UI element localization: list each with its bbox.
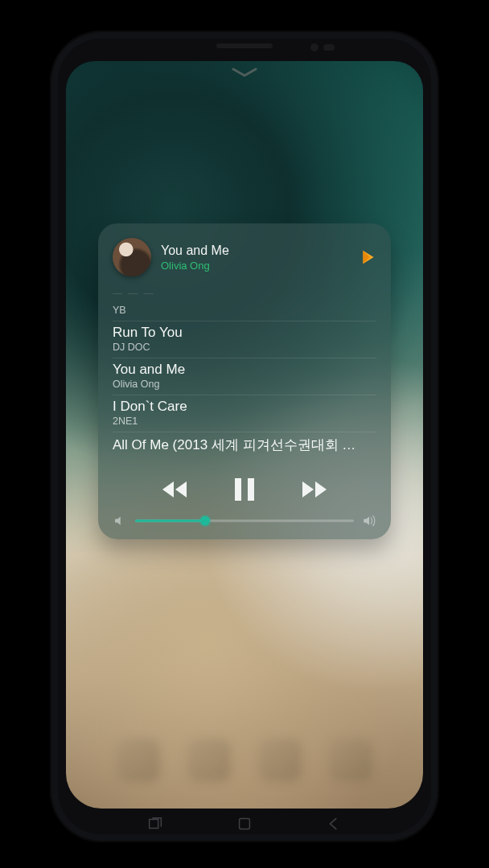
svg-rect-1 xyxy=(248,478,254,501)
now-playing-header: You and Me Olivia Ong xyxy=(113,238,376,276)
recents-button[interactable] xyxy=(146,815,164,833)
list-item[interactable]: You and Me Olivia Ong xyxy=(113,358,376,395)
track-artist: Olivia Ong xyxy=(113,379,376,390)
speaker-grille xyxy=(216,43,273,48)
track-title: Run To You xyxy=(113,325,376,341)
track-artist: YB xyxy=(113,305,376,316)
back-button[interactable] xyxy=(325,815,343,833)
now-playing-artist: Olivia Ong xyxy=(161,260,351,272)
now-playing-title: You and Me xyxy=(161,244,351,258)
track-artist: 2NE1 xyxy=(113,416,376,427)
volume-slider[interactable] xyxy=(135,514,354,528)
transport-controls xyxy=(113,472,376,507)
sensor-slit xyxy=(323,44,335,51)
list-item[interactable]: All Of Me (2013 세계 피겨선수권대회 … xyxy=(113,432,376,459)
phone-frame: You and Me Olivia Ong — — — YB Ru xyxy=(50,31,439,842)
chevron-down-icon[interactable] xyxy=(231,66,258,79)
svg-rect-0 xyxy=(235,478,241,501)
pause-button[interactable] xyxy=(227,472,262,507)
list-item[interactable]: Run To You DJ DOC xyxy=(113,321,376,358)
volume-high-icon xyxy=(362,514,376,528)
dock xyxy=(66,712,423,809)
soft-nav xyxy=(50,815,439,833)
volume-thumb[interactable] xyxy=(200,516,210,526)
track-artist: DJ DOC xyxy=(113,342,376,353)
svg-rect-2 xyxy=(240,819,250,829)
playlist: — — — YB Run To You DJ DOC You and Me Ol… xyxy=(113,288,376,459)
track-title: All Of Me (2013 세계 피겨선수권대회 … xyxy=(113,436,376,454)
previous-button[interactable] xyxy=(159,472,195,507)
next-button[interactable] xyxy=(294,472,330,507)
track-title: You and Me xyxy=(113,362,376,378)
track-title: I Don`t Care xyxy=(113,399,376,415)
home-button[interactable] xyxy=(236,815,253,833)
list-item[interactable]: YB xyxy=(113,301,376,321)
list-item[interactable]: I Don`t Care 2NE1 xyxy=(113,395,376,432)
music-panel: You and Me Olivia Ong — — — YB Ru xyxy=(98,223,391,539)
sensor-dot xyxy=(310,43,318,51)
volume-row xyxy=(113,514,376,528)
album-art[interactable] xyxy=(113,238,151,276)
volume-low-icon xyxy=(113,514,127,528)
phone-screen: You and Me Olivia Ong — — — YB Ru xyxy=(66,61,423,809)
volume-fill xyxy=(135,520,205,522)
truncated-indicator: — — — xyxy=(113,288,376,299)
google-play-music-icon[interactable] xyxy=(360,249,376,265)
